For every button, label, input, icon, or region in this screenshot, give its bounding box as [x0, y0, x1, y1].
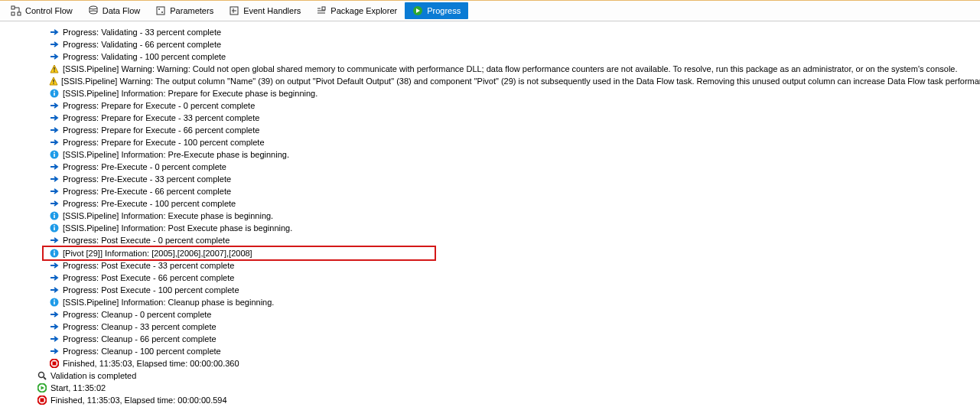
log-row: Progress: Post Execute - 100 percent com… — [0, 284, 980, 296]
log-text: Progress: Prepare for Execute - 100 perc… — [63, 136, 265, 148]
log-row: Progress: Cleanup - 100 percent complete — [0, 345, 980, 357]
log-row: Progress: Prepare for Execute - 0 percen… — [0, 99, 980, 112]
highlighted-log-row: [Pivot [29]] Information: [2005],[2006],… — [42, 246, 436, 261]
arrow-icon — [49, 40, 60, 50]
arrow-icon — [49, 174, 60, 184]
progress-log: Progress: Validating - 33 percent comple… — [0, 21, 980, 407]
log-row: Progress: Pre-Execute - 0 percent comple… — [0, 161, 980, 173]
tab-bar: Control Flow Data Flow Parameters Event … — [0, 0, 980, 21]
tab-progress[interactable]: Progress — [405, 2, 468, 19]
svg-rect-5 — [157, 7, 164, 15]
log-row: Progress: Validating - 100 percent compl… — [0, 50, 980, 63]
log-row: [SSIS.Pipeline] Information: Execute pha… — [0, 210, 980, 222]
svg-point-6 — [158, 8, 160, 10]
log-text: Progress: Post Execute - 100 percent com… — [63, 284, 239, 296]
log-text: Progress: Prepare for Execute - 66 perce… — [63, 124, 259, 136]
log-text: Progress: Cleanup - 33 percent complete — [63, 321, 217, 333]
log-text: Progress: Pre-Execute - 66 percent compl… — [63, 185, 231, 197]
log-row: Progress: Post Execute - 66 percent comp… — [0, 272, 980, 284]
log-row: [SSIS.Pipeline] Information: Cleanup pha… — [0, 296, 980, 308]
tab-label: Data Flow — [103, 6, 141, 15]
tab-package-explorer[interactable]: Package Explorer — [308, 2, 405, 19]
tab-data-flow[interactable]: Data Flow — [80, 2, 148, 19]
log-row: Progress: Validating - 66 percent comple… — [0, 38, 980, 50]
arrow-icon — [49, 273, 60, 283]
event-handlers-icon — [229, 5, 239, 16]
log-text: Progress: Cleanup - 66 percent complete — [63, 333, 217, 345]
arrow-icon — [49, 101, 60, 111]
log-row: Progress: Pre-Execute - 33 percent compl… — [0, 173, 980, 185]
log-text: [SSIS.Pipeline] Warning: Warning: Could … — [63, 63, 958, 75]
log-row: Start, 11:35:02 — [0, 382, 980, 394]
log-row: [SSIS.Pipeline] Information: Post Execut… — [0, 222, 980, 234]
magnifier-icon — [37, 371, 47, 381]
svg-rect-2 — [11, 12, 15, 15]
info-icon — [49, 298, 60, 308]
log-row: Progress: Post Execute - 33 percent comp… — [0, 259, 980, 272]
arrow-icon — [49, 125, 60, 135]
log-text: Finished, 11:35:03, Elapsed time: 00:00:… — [50, 394, 227, 406]
arrow-icon — [49, 236, 60, 246]
data-flow-icon — [88, 5, 99, 16]
log-row: Progress: Post Execute - 0 percent compl… — [0, 234, 980, 246]
arrow-icon — [49, 347, 60, 357]
log-row: Finished, 11:35:03, Elapsed time: 00:00:… — [0, 357, 980, 370]
arrow-icon — [49, 187, 60, 197]
arrow-icon — [49, 334, 60, 344]
warning-icon — [49, 64, 60, 74]
arrow-icon — [49, 162, 60, 172]
log-text: Progress: Pre-Execute - 100 percent comp… — [63, 197, 236, 210]
svg-point-3 — [90, 6, 97, 9]
log-text: [Pivot [29]] Information: [2005],[2006],… — [63, 249, 252, 258]
log-text: Progress: Cleanup - 100 percent complete — [63, 345, 221, 357]
log-row: [SSIS.Pipeline] Warning: The output colu… — [0, 75, 980, 87]
log-row: Progress: Validating - 33 percent comple… — [0, 26, 980, 38]
package-explorer-icon — [316, 5, 327, 16]
tab-label: Event Handlers — [243, 6, 301, 15]
tab-label: Package Explorer — [330, 6, 397, 15]
log-text: Progress: Pre-Execute - 33 percent compl… — [63, 173, 231, 185]
progress-icon — [412, 5, 423, 16]
svg-rect-1 — [18, 12, 21, 15]
log-text: Progress: Pre-Execute - 0 percent comple… — [63, 161, 226, 173]
log-row: Validation is completed — [0, 370, 980, 382]
log-text: [SSIS.Pipeline] Information: Cleanup pha… — [63, 296, 274, 308]
arrow-icon — [49, 138, 60, 148]
log-row: Progress: Cleanup - 33 percent complete — [0, 321, 980, 333]
tab-parameters[interactable]: Parameters — [148, 2, 221, 19]
tab-event-handlers[interactable]: Event Handlers — [221, 2, 308, 19]
tab-label: Progress — [427, 6, 461, 15]
warning-icon — [49, 77, 58, 86]
arrow-icon — [49, 261, 60, 271]
info-icon — [49, 249, 60, 259]
log-text: Start, 11:35:02 — [50, 382, 106, 394]
log-text: Finished, 11:35:03, Elapsed time: 00:00:… — [63, 357, 239, 370]
log-row: Progress: Pre-Execute - 66 percent compl… — [0, 185, 980, 197]
log-row: Progress: Cleanup - 66 percent complete — [0, 333, 980, 345]
log-text: Progress: Validating - 33 percent comple… — [63, 26, 221, 38]
log-row: Progress: Prepare for Execute - 66 perce… — [0, 124, 980, 136]
info-icon — [49, 223, 60, 233]
log-text: Progress: Post Execute - 33 percent comp… — [63, 259, 234, 272]
svg-rect-9 — [322, 7, 325, 10]
stop-icon — [49, 359, 60, 369]
log-row: Progress: Prepare for Execute - 33 perce… — [0, 112, 980, 124]
log-row: Finished, 11:35:03, Elapsed time: 00:00:… — [0, 394, 980, 406]
arrow-icon — [49, 113, 60, 123]
arrow-icon — [49, 285, 60, 295]
log-text: Progress: Cleanup - 0 percent complete — [63, 308, 211, 321]
info-icon — [49, 211, 60, 221]
stop-icon — [37, 396, 47, 405]
log-row: [SSIS.Pipeline] Warning: Warning: Could … — [0, 63, 980, 75]
log-row: [SSIS.Pipeline] Information: Pre-Execute… — [0, 148, 980, 161]
info-icon — [49, 89, 60, 99]
log-text: Progress: Prepare for Execute - 33 perce… — [63, 112, 259, 124]
play-icon — [37, 383, 47, 393]
parameters-icon — [155, 5, 166, 16]
log-text: [SSIS.Pipeline] Information: Execute pha… — [63, 210, 273, 222]
arrow-icon — [49, 52, 60, 62]
tab-control-flow[interactable]: Control Flow — [3, 2, 80, 19]
info-icon — [49, 150, 60, 160]
log-row: Progress: Pre-Execute - 100 percent comp… — [0, 197, 980, 210]
log-text: Progress: Prepare for Execute - 0 percen… — [63, 99, 255, 112]
